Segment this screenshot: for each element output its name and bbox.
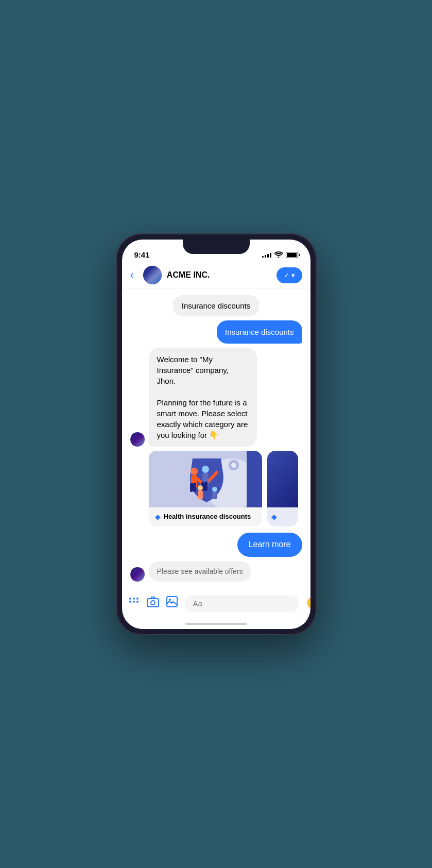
message-row: Insurance discounts xyxy=(130,295,302,316)
svg-point-17 xyxy=(129,601,131,603)
camera-icon[interactable] xyxy=(147,596,159,610)
carousel-container: ◆ Health insurance discounts Learn more … xyxy=(149,451,302,529)
svg-point-12 xyxy=(198,485,203,490)
message-row: Insurance discounts xyxy=(130,320,302,344)
svg-point-18 xyxy=(133,601,135,603)
status-time: 9:41 xyxy=(134,250,150,259)
message-bubble-incoming-2: Welcome to "My Insurance" company, Jhon.… xyxy=(149,348,257,447)
partial-message-bubble: Please see available offers xyxy=(149,561,251,582)
chevron-down-icon: ▾ xyxy=(291,271,295,279)
svg-point-8 xyxy=(202,466,209,473)
emoji-icon[interactable]: 🙂 xyxy=(306,597,310,610)
svg-point-3 xyxy=(231,463,236,468)
home-indicator xyxy=(122,619,310,629)
svg-point-22 xyxy=(136,598,139,600)
notch xyxy=(183,240,250,254)
check-icon: ✓ xyxy=(284,271,289,279)
diamond-icon-1: ◆ xyxy=(155,513,161,521)
bot-avatar xyxy=(130,432,145,447)
message-input[interactable] xyxy=(185,595,299,612)
svg-rect-15 xyxy=(212,492,217,499)
svg-point-26 xyxy=(169,599,171,601)
svg-point-20 xyxy=(129,598,131,600)
diamond-icon-2: ◆ xyxy=(271,513,277,521)
svg-rect-23 xyxy=(147,599,159,607)
chat-header: ‹ ACME INC. ✓ ▾ xyxy=(122,262,310,289)
action-button[interactable]: ✓ ▾ xyxy=(277,267,302,283)
svg-rect-11 xyxy=(204,482,208,491)
message-row: Welcome to "My Insurance" company, Jhon.… xyxy=(130,348,302,447)
bot-avatar-2 xyxy=(130,567,145,582)
svg-rect-13 xyxy=(198,490,203,499)
svg-point-21 xyxy=(133,598,135,600)
phone-screen: 9:41 ‹ xyxy=(122,240,310,629)
carousel-card-2: ◆ xyxy=(267,451,298,527)
card-body-1: ◆ Health insurance discounts Learn more xyxy=(149,507,262,527)
battery-icon xyxy=(286,252,298,258)
message-row-partial: Please see available offers xyxy=(130,561,302,582)
carousel-card-1: ◆ Health insurance discounts Learn more xyxy=(149,451,262,527)
chat-area: Insurance discounts Insurance discounts … xyxy=(122,289,310,588)
gallery-icon[interactable] xyxy=(166,596,178,610)
card-title-1: Health insurance discounts xyxy=(164,513,251,520)
avatar xyxy=(143,266,162,284)
message-row-learn-more: Learn more xyxy=(130,533,302,556)
svg-point-14 xyxy=(212,487,217,492)
message-bubble-outgoing-1: Insurance discounts xyxy=(217,320,302,344)
svg-rect-6 xyxy=(190,483,193,492)
learn-more-button-1[interactable]: Learn more xyxy=(155,525,256,527)
dots-menu-icon[interactable] xyxy=(128,596,140,610)
card-image-2 xyxy=(267,451,298,507)
signal-icon xyxy=(262,253,271,258)
svg-rect-7 xyxy=(193,483,196,492)
back-button[interactable]: ‹ xyxy=(130,266,138,284)
wifi-icon xyxy=(274,251,283,259)
phone-frame: 9:41 ‹ xyxy=(116,233,317,635)
svg-rect-16 xyxy=(247,451,262,507)
svg-point-19 xyxy=(136,601,139,603)
status-icons xyxy=(262,251,298,259)
chat-toolbar: 🙂 👍 xyxy=(122,588,310,619)
insurance-illustration xyxy=(149,451,262,507)
page-title: ACME INC. xyxy=(167,270,271,280)
message-bubble-incoming-1: Insurance discounts xyxy=(172,295,260,316)
learn-more-bubble: Learn more xyxy=(237,533,302,556)
card-image-1 xyxy=(149,451,262,507)
svg-point-4 xyxy=(191,468,198,475)
svg-point-24 xyxy=(151,601,155,605)
